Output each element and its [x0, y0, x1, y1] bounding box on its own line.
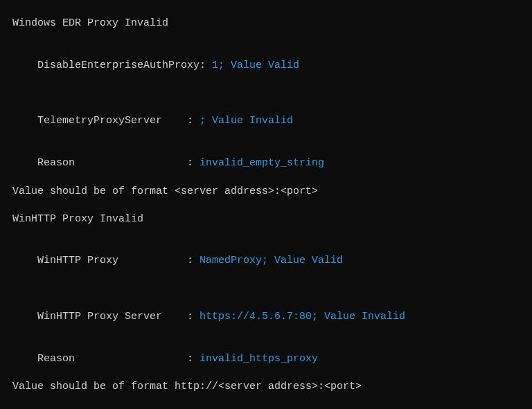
row-telemetry-proxy-server: TelemetryProxyServer : ; Value Invalid: [12, 100, 520, 143]
value-disable-auth-proxy: 1; Value Valid: [212, 60, 299, 71]
value-winhttp-proxy-server: https://4.5.6.7:80; Value Invalid: [200, 311, 405, 322]
row-winhttp-proxy: WinHTTP Proxy : NamedProxy; Value Valid: [12, 240, 520, 282]
row-winhttp-proxy-server: WinHTTP Proxy Server : https://4.5.6.7:8…: [12, 296, 520, 338]
label-winhttp-reason: Reason :: [37, 353, 200, 365]
label-winhttp-proxy: WinHTTP Proxy :: [37, 255, 200, 266]
terminal-output: Windows EDR Proxy Invalid DisableEnterpr…: [12, 17, 520, 409]
value-winhttp-proxy: NamedProxy; Value Valid: [200, 255, 343, 266]
value-winhttp-reason: invalid_https_proxy: [200, 353, 318, 365]
value-telemetry-proxy-server: ; Value Invalid: [200, 115, 293, 127]
label-winhttp-proxy-server: WinHTTP Proxy Server :: [37, 311, 200, 322]
hint-telemetry-format: Value should be of format <server addres…: [12, 185, 520, 199]
section-header-winhttp: WinHTTP Proxy Invalid: [12, 212, 520, 226]
row-telemetry-reason: Reason : invalid_empty_string: [12, 143, 520, 185]
value-telemetry-reason: invalid_empty_string: [200, 157, 324, 169]
label-telemetry-proxy-server: TelemetryProxyServer :: [37, 115, 200, 127]
label-telemetry-reason: Reason :: [37, 157, 200, 169]
hint-winhttp-format: Value should be of format http://<server…: [12, 380, 520, 394]
row-winhttp-reason: Reason : invalid_https_proxy: [12, 338, 520, 381]
section-header-edr: Windows EDR Proxy Invalid: [12, 17, 520, 30]
label-disable-auth-proxy: DisableEnterpriseAuthProxy:: [37, 60, 212, 71]
row-disable-auth-proxy: DisableEnterpriseAuthProxy: 1; Value Val…: [12, 44, 520, 87]
